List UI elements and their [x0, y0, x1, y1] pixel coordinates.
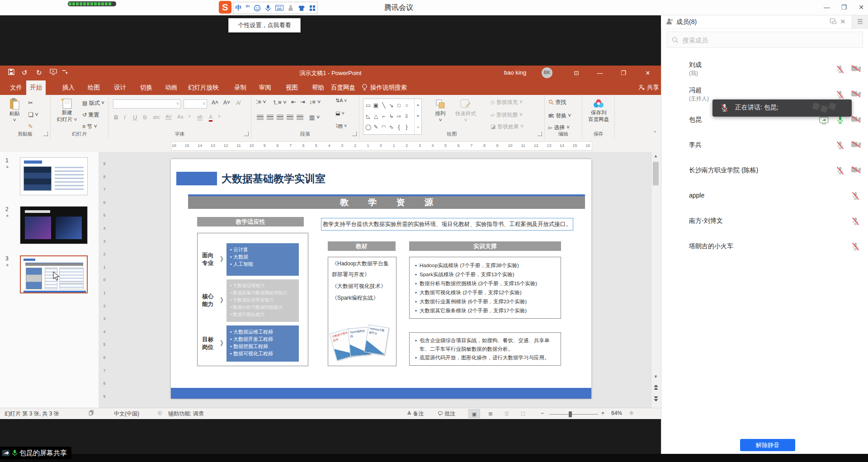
zoom-in-icon[interactable]: +: [601, 410, 604, 416]
window-close-button[interactable]: ✕: [856, 3, 866, 12]
shape-glyph[interactable]: □: [395, 100, 403, 111]
layout-button[interactable]: ▤ 版式 ˅: [82, 99, 104, 107]
tell-me-search[interactable]: 操作说明搜索: [362, 80, 407, 95]
zoom-slider-thumb[interactable]: [569, 411, 572, 417]
copy-icon[interactable]: ❏ ˅: [28, 111, 38, 118]
ppt-close-button[interactable]: ✕: [642, 69, 654, 78]
slide-thumbnail-panel[interactable]: 1✶2✶3✶: [0, 152, 99, 408]
justify-icon[interactable]: [287, 115, 293, 120]
shape-glyph[interactable]: ○: [403, 100, 410, 111]
window-restore-button[interactable]: ❐: [839, 3, 849, 12]
screen-share-indicator[interactable]: 包昆的屏幕共享: [0, 447, 71, 459]
account-name[interactable]: bao king: [504, 69, 526, 76]
slide-canvas[interactable]: 大数据基础教学实训室 教 学 资 源 教学适应性 面向专业》• 云计算• 大数据…: [171, 159, 591, 399]
find-button[interactable]: 查找: [548, 99, 566, 106]
menu-tab-2[interactable]: 开始: [26, 80, 46, 95]
accessibility-status[interactable]: 辅助功能: 调查: [168, 410, 204, 418]
member-row-4[interactable]: 李兵李兵: [661, 133, 868, 158]
scroll-down-icon[interactable]: ▼: [652, 374, 659, 379]
change-case-icon[interactable]: Aa: [177, 114, 183, 119]
popout-panel-icon[interactable]: [830, 19, 836, 24]
align-left-icon[interactable]: [257, 115, 264, 120]
share-button[interactable]: 共享: [638, 80, 659, 95]
camera-off-icon[interactable]: [851, 65, 861, 75]
accessibility-icon[interactable]: ☉: [157, 410, 162, 416]
bold-icon[interactable]: B: [114, 114, 118, 121]
case-caret[interactable]: ˅: [188, 114, 191, 119]
qat-customize-icon[interactable]: ▔▾: [62, 69, 67, 77]
sogou-ime-logo-icon[interactable]: S: [219, 1, 231, 14]
zoom-slider[interactable]: [549, 414, 598, 415]
shape-effects-button[interactable]: ◪ 形状效果 ˅: [491, 123, 524, 131]
scrollbar-thumb[interactable]: [653, 162, 659, 185]
reset-button[interactable]: ↺ 重置: [82, 111, 99, 119]
shapes-gallery-scrollbar[interactable]: ▲▼≡: [414, 99, 421, 134]
member-row-1[interactable]: 刘成(我): [661, 57, 868, 82]
text-shadow-icon[interactable]: abc: [153, 115, 160, 120]
menu-tab-3[interactable]: 插入: [59, 80, 78, 95]
shape-glyph[interactable]: ⌐: [380, 111, 387, 122]
menu-tab-8[interactable]: 幻灯片放映: [184, 80, 222, 95]
numbering-icon[interactable]: ⒈≡ ˅: [272, 99, 287, 107]
format-painter-icon[interactable]: ✎: [28, 123, 33, 130]
ime-punctuation-icon[interactable]: °': [245, 2, 250, 14]
shape-glyph[interactable]: ╲: [380, 100, 387, 111]
columns-icon[interactable]: ▥ ˅: [309, 114, 320, 121]
font-color-caret[interactable]: ˅: [218, 114, 221, 119]
ime-mode-icon[interactable]: 中: [235, 2, 241, 14]
text-direction-icon[interactable]: ⇅A ˅: [335, 98, 347, 104]
shape-outline-button[interactable]: ▱ 形状轮廓 ˅: [491, 111, 523, 119]
close-panel-icon[interactable]: ✕: [840, 18, 846, 26]
font-size-dropdown[interactable]: ˅: [184, 99, 207, 108]
language-indicator[interactable]: 中文(中国): [114, 410, 139, 418]
spellcheck-icon[interactable]: 🗍: [89, 410, 94, 416]
ppt-minimize-button[interactable]: —: [594, 69, 606, 78]
underline-icon[interactable]: U: [133, 114, 137, 121]
italic-icon[interactable]: I: [124, 114, 126, 121]
mic-muted-icon[interactable]: [835, 65, 845, 75]
shape-glyph[interactable]: ▭: [364, 100, 372, 111]
undo-icon[interactable]: ↺: [22, 69, 28, 77]
member-row-7[interactable]: 南方-刘博文: [661, 209, 868, 234]
menu-tab-12[interactable]: 帮助: [308, 80, 328, 95]
voice-input-icon[interactable]: [265, 5, 271, 12]
mic-muted-icon[interactable]: [851, 191, 861, 201]
paragraph-dialog-launcher[interactable]: [352, 132, 357, 136]
notes-toggle[interactable]: ≜ 备注: [407, 410, 424, 418]
character-spacing-icon[interactable]: AV: [165, 114, 172, 120]
line-spacing-icon[interactable]: ↕≡ ˅: [309, 99, 321, 105]
shape-glyph[interactable]: △: [372, 111, 380, 122]
shape-glyph[interactable]: ↳: [387, 111, 395, 122]
zoom-out-icon[interactable]: −: [541, 410, 544, 416]
strikethrough-icon[interactable]: S: [143, 114, 147, 121]
member-row-5[interactable]: 长沙南方职业学院 (陈栋): [661, 158, 868, 184]
toolbox-grid-icon[interactable]: [309, 5, 316, 11]
ppt-restore-button[interactable]: ❐: [618, 69, 629, 78]
menu-tab-7[interactable]: 动画: [161, 80, 181, 95]
slide-scrollbar[interactable]: ▲ ▼: [651, 152, 660, 408]
member-row-6[interactable]: apple: [661, 184, 868, 209]
scroll-up-icon[interactable]: ▲: [652, 154, 659, 158]
quick-styles-button[interactable]: 快速样式˅: [452, 98, 480, 123]
normal-view-button[interactable]: ▣: [468, 409, 480, 418]
mic-on-icon[interactable]: [835, 115, 845, 125]
cut-icon[interactable]: ✂: [28, 99, 33, 106]
new-slide-button[interactable]: 新建幻灯片 ˅: [55, 98, 79, 123]
bullets-icon[interactable]: ⁚≡ ˅: [256, 99, 266, 105]
slide-counter[interactable]: 幻灯片 第 3 张, 共 3 张: [5, 410, 59, 418]
section-button[interactable]: ≡ 节 ˅: [82, 123, 97, 131]
mic-muted-icon[interactable]: [835, 90, 845, 100]
slide-thumbnail-1[interactable]: [20, 157, 88, 195]
highlight-color-icon[interactable]: ab: [197, 114, 203, 121]
smartart-convert-icon[interactable]: ⤵▤ ˅: [335, 123, 347, 129]
menu-tab-13[interactable]: 百度网盘: [327, 80, 359, 95]
horizontal-ruler[interactable]: 1615141312111098765432101234567891011121…: [0, 139, 661, 152]
member-row-8[interactable]: 塔朗吉的小火车: [661, 234, 868, 259]
camera-off-icon[interactable]: [851, 166, 861, 176]
shape-glyph[interactable]: ◺: [364, 111, 372, 122]
camera-off-icon[interactable]: [851, 141, 861, 151]
comments-toggle[interactable]: 🗩 批注: [438, 410, 455, 418]
mic-muted-icon[interactable]: [851, 242, 861, 252]
mic-muted-icon[interactable]: [835, 166, 845, 176]
collapse-ribbon-icon[interactable]: ⌃: [653, 130, 657, 136]
